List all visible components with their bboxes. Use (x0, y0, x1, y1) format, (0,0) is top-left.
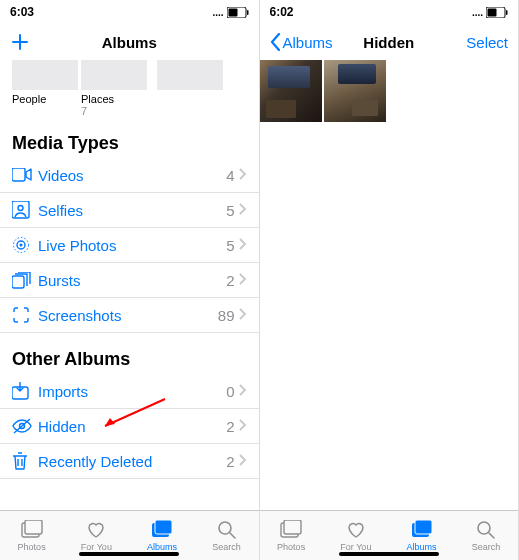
home-indicator[interactable] (339, 552, 439, 556)
photos-icon (279, 520, 303, 540)
for-you-icon (346, 520, 366, 540)
row-videos[interactable]: Videos 4 (0, 158, 259, 193)
search-icon (476, 520, 496, 540)
chevron-icon (239, 417, 247, 435)
trash-icon (12, 452, 38, 470)
status-bar: 6:02 .... (260, 0, 519, 24)
svg-rect-12 (26, 312, 30, 318)
chevron-icon (239, 306, 247, 324)
nav-bar: Albums (0, 24, 259, 60)
svg-rect-2 (247, 10, 249, 15)
back-label: Albums (283, 34, 333, 51)
row-screenshots[interactable]: Screenshots 89 (0, 298, 259, 333)
svg-rect-11 (12, 312, 16, 318)
svg-rect-24 (488, 8, 497, 16)
status-bar: 6:03 .... (0, 0, 259, 24)
tab-search[interactable]: Search (472, 520, 501, 552)
photo-grid (260, 60, 519, 122)
svg-rect-1 (228, 8, 237, 16)
tab-for-you[interactable]: For You (340, 520, 371, 552)
content: People Places 7 Media Types Videos 4 Sel… (0, 60, 259, 510)
tab-label: For You (81, 542, 112, 552)
row-imports[interactable]: Imports 0 (0, 374, 259, 409)
hidden-icon (12, 418, 38, 434)
svg-rect-21 (155, 520, 172, 534)
for-you-icon (86, 520, 106, 540)
row-label: Screenshots (38, 307, 218, 324)
photo-thumbnail[interactable] (260, 60, 322, 122)
svg-rect-9 (12, 276, 24, 288)
tab-label: Photos (277, 542, 305, 552)
clock: 6:02 (270, 5, 294, 19)
album-name: People (12, 93, 81, 105)
albums-icon (410, 520, 434, 540)
row-label: Live Photos (38, 237, 226, 254)
right-screen: 6:02 .... Albums Hidden Select Photos Fo… (260, 0, 520, 560)
section-other-albums: Other Albums (0, 333, 259, 374)
svg-point-30 (478, 522, 490, 534)
albums-icon (150, 520, 174, 540)
chevron-icon (239, 382, 247, 400)
live-icon (12, 236, 38, 254)
import-icon (12, 382, 38, 400)
battery: .... (212, 7, 248, 18)
row-label: Bursts (38, 272, 226, 289)
svg-rect-4 (12, 201, 29, 218)
back-button[interactable]: Albums (270, 33, 333, 51)
row-count: 2 (226, 453, 234, 470)
row-hidden[interactable]: Hidden 2 (0, 409, 259, 444)
selfie-icon (12, 201, 38, 219)
clock: 6:03 (10, 5, 34, 19)
chevron-left-icon (270, 33, 281, 51)
album-thumb[interactable] (12, 60, 78, 90)
svg-rect-27 (284, 520, 301, 534)
album-thumb[interactable] (81, 60, 147, 90)
tab-photos[interactable]: Photos (18, 520, 46, 552)
row-count: 89 (218, 307, 235, 324)
burst-icon (12, 272, 38, 289)
tab-for-you[interactable]: For You (81, 520, 112, 552)
tab-label: Photos (18, 542, 46, 552)
nav-title: Albums (0, 34, 259, 51)
tab-albums[interactable]: Albums (407, 520, 437, 552)
tab-label: Search (472, 542, 501, 552)
row-count: 0 (226, 383, 234, 400)
row-count: 5 (226, 202, 234, 219)
svg-rect-25 (506, 10, 508, 15)
photo-thumbnail[interactable] (324, 60, 386, 122)
add-button[interactable] (10, 32, 30, 52)
row-recently-deleted[interactable]: Recently Deleted 2 (0, 444, 259, 479)
album-info: People Places 7 (0, 90, 259, 127)
row-count: 5 (226, 237, 234, 254)
screenshot-icon (12, 306, 38, 324)
album-name: Places (81, 93, 150, 105)
tab-label: Albums (147, 542, 177, 552)
content (260, 60, 519, 510)
album-thumb[interactable] (157, 60, 223, 90)
tab-label: For You (340, 542, 371, 552)
svg-rect-10 (14, 308, 28, 322)
row-bursts[interactable]: Bursts 2 (0, 263, 259, 298)
chevron-icon (239, 166, 247, 184)
row-count: 2 (226, 418, 234, 435)
row-label: Selfies (38, 202, 226, 219)
svg-point-22 (219, 522, 231, 534)
svg-rect-13 (18, 306, 24, 310)
tab-albums[interactable]: Albums (147, 520, 177, 552)
select-button[interactable]: Select (466, 34, 508, 51)
album-thumbs[interactable] (0, 60, 259, 90)
photos-icon (20, 520, 44, 540)
row-live-photos[interactable]: Live Photos 5 (0, 228, 259, 263)
tab-search[interactable]: Search (212, 520, 241, 552)
plus-icon (10, 32, 30, 52)
row-count: 4 (226, 167, 234, 184)
section-media-types: Media Types (0, 127, 259, 158)
battery: .... (472, 7, 508, 18)
tab-label: Search (212, 542, 241, 552)
svg-rect-19 (25, 520, 42, 534)
tab-photos[interactable]: Photos (277, 520, 305, 552)
chevron-icon (239, 201, 247, 219)
row-selfies[interactable]: Selfies 5 (0, 193, 259, 228)
home-indicator[interactable] (79, 552, 179, 556)
search-icon (217, 520, 237, 540)
